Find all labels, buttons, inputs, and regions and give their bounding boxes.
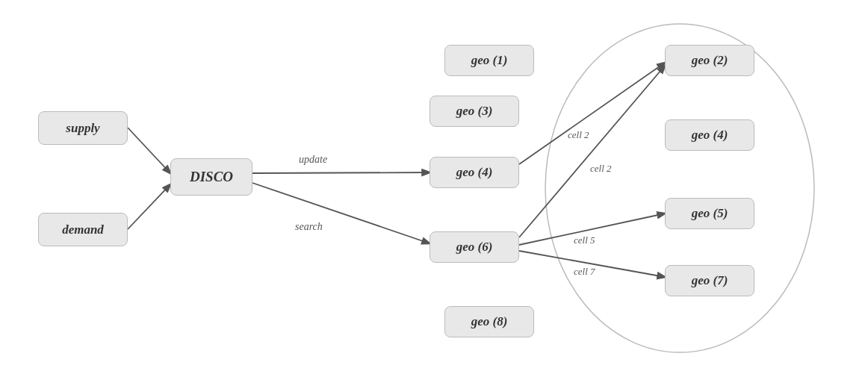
node-geo1: geo (1) [444,45,534,76]
edge-geo4-geo2 [519,63,665,164]
node-geo8: geo (8) [444,306,534,337]
edge-supply-disco [128,128,170,173]
edge-label-cell7: cell 7 [574,266,595,277]
node-geo3: geo (3) [430,96,519,127]
edge-disco-geo4 [252,172,430,173]
node-geo4-left: geo (4) [430,157,519,188]
node-geo4-right: geo (4) [665,119,754,151]
edge-label-cell5: cell 5 [574,234,595,246]
edge-label-cell2b: cell 2 [590,163,612,174]
node-geo6: geo (6) [430,231,519,263]
node-geo7: geo (7) [665,265,754,296]
edge-label-search: search [295,221,323,232]
edge-geo6-geo2 [519,66,665,237]
edge-disco-geo6 [252,183,430,243]
edge-geo6-geo5 [519,214,665,245]
node-disco: DISCO [170,158,252,196]
node-supply: supply [38,111,128,145]
edge-label-update: update [299,154,327,165]
node-demand: demand [38,213,128,246]
node-geo2: geo (2) [665,45,754,76]
edge-label-cell2a: cell 2 [568,129,589,140]
edge-demand-disco [128,184,170,229]
node-geo5: geo (5) [665,198,754,229]
edge-geo6-geo7 [519,251,665,277]
